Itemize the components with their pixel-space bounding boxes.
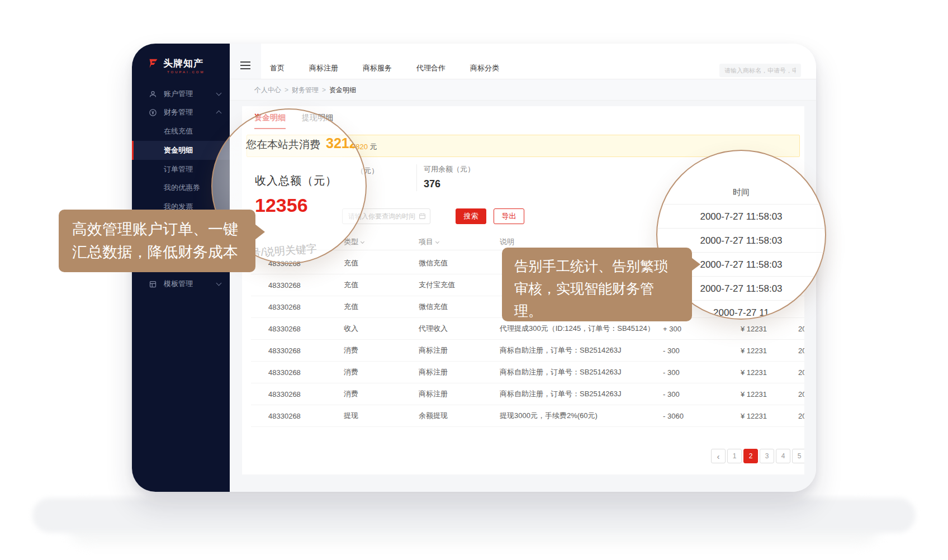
chevron-up-icon	[216, 111, 222, 116]
breadcrumb-item[interactable]: 财务管理	[292, 86, 319, 94]
magnified-time-value: 2000-7-27 11:58:03	[657, 211, 825, 222]
sidebar-item-label: 财务管理	[164, 107, 193, 117]
sidebar-item-label: 账户管理	[164, 89, 193, 99]
callout-right: 告别手工统计、告别繁琐审核，实现智能财务管理。	[502, 248, 692, 321]
sidebar-item-fund-detail[interactable]: 资金明细	[132, 141, 230, 160]
magnified-income-label: 收入总额（元）	[255, 173, 337, 188]
logo-subtitle: TOUPAI.COM	[167, 70, 205, 74]
stat-divider	[416, 164, 417, 191]
callout-left: 高效管理账户订单、一键汇总数据，降低财务成本	[59, 210, 255, 272]
cell-order: 48330268	[268, 390, 301, 398]
header-desc: 说明	[500, 237, 514, 247]
cell-order: 48330268	[268, 281, 301, 290]
calendar-icon	[419, 212, 426, 220]
cell-project: 商标注册	[419, 367, 448, 377]
pagination-page-3[interactable]: 3	[760, 449, 774, 463]
header-type[interactable]: 类型	[344, 237, 364, 247]
sidebar-item-account[interactable]: 账户管理	[132, 84, 230, 103]
breadcrumb-separator: >	[285, 86, 288, 94]
sidebar-item-template[interactable]: 模板管理	[132, 274, 230, 293]
cell-type: 提现	[344, 411, 358, 421]
cell-project: 微信充值	[419, 302, 448, 312]
cell-type: 充值	[344, 302, 358, 312]
nav-item-trademark-category[interactable]: 商标分类	[470, 63, 499, 73]
nav-item-trademark-service[interactable]: 商标服务	[363, 63, 392, 73]
top-nav: 首页 商标注册 商标服务 代理合作 商标分类	[261, 57, 499, 79]
cell-time: 2000-7-27 11:58:03	[798, 390, 804, 398]
menu-toggle-button[interactable]	[230, 44, 261, 79]
cell-amount: + 300	[663, 325, 681, 333]
sidebar-item-label: 我的优惠券	[164, 183, 200, 193]
logo: 头牌知产	[148, 57, 203, 70]
sidebar-item-label: 资金明细	[164, 145, 193, 155]
sort-caret-icon	[361, 239, 364, 243]
pagination-page-2[interactable]: 2	[743, 449, 758, 463]
table-row: 48330268提现余额提现提现3000元，手续费2%(60元)- 3060¥ …	[251, 405, 804, 427]
page: 头牌知产 TOUPAI.COM 账户管理 财务管理 在线充值 资金明细 订单管理	[0, 0, 948, 560]
cell-project: 余额提现	[419, 411, 448, 421]
cell-order: 48330268	[268, 412, 301, 420]
cell-time: 2000-7-27 11:58:03	[798, 412, 804, 420]
export-button[interactable]: 导出	[494, 208, 524, 224]
cell-amount: - 300	[663, 390, 680, 398]
cell-type: 充值	[344, 280, 358, 290]
cell-balance: ¥ 12231	[741, 390, 767, 398]
cell-order: 48330268	[268, 347, 301, 355]
cell-amount: - 3060	[663, 412, 684, 420]
nav-item-agency[interactable]: 代理合作	[416, 63, 445, 73]
cell-desc: 商标自助注册，订单号：SB2514263J	[500, 367, 621, 377]
cell-balance: ¥ 12231	[741, 368, 767, 377]
breadcrumb-item[interactable]: 个人中心	[254, 86, 281, 94]
divider	[657, 204, 825, 205]
breadcrumb-current: 资金明细	[329, 86, 356, 94]
sidebar-item-online-recharge[interactable]: 在线充值	[132, 122, 230, 141]
cell-order: 48330268	[268, 303, 301, 311]
sidebar-item-finance[interactable]: 财务管理	[132, 103, 230, 122]
magnified-income-value: 12356	[255, 194, 337, 216]
nav-item-home[interactable]: 首页	[270, 63, 285, 73]
chevron-down-icon	[216, 91, 222, 96]
finance-icon	[149, 108, 157, 117]
cell-time: 2000-7-27 11:58:03	[798, 347, 804, 355]
search-button[interactable]: 搜索	[456, 208, 486, 224]
pagination-page-1[interactable]: 1	[727, 449, 742, 463]
balance-value: 376	[424, 178, 475, 190]
cell-amount: - 300	[663, 347, 680, 355]
cell-desc: 提现3000元，手续费2%(60元)	[500, 411, 598, 421]
chevron-down-icon	[216, 281, 222, 286]
cell-project: 支付宝充值	[419, 280, 455, 290]
magnified-time-header: 时间	[657, 187, 825, 198]
pagination-page-4[interactable]: 4	[776, 449, 790, 463]
cell-project: 微信充值	[419, 258, 448, 268]
breadcrumb-separator: >	[322, 86, 326, 94]
cell-order: 48330268	[268, 325, 301, 333]
cell-time: 2000-7-27 11:58:03	[798, 325, 804, 333]
cell-type: 消费	[344, 389, 358, 399]
cell-balance: ¥ 12231	[741, 347, 767, 355]
balance-label: 可用余额（元）	[424, 164, 475, 174]
notice-unit: 元	[370, 143, 377, 151]
user-icon	[149, 90, 157, 98]
pagination-prev-button[interactable]: ‹	[711, 449, 726, 463]
table-row: 48330268消费商标注册商标自助注册，订单号：SB2514263J- 300…	[251, 340, 804, 362]
cell-balance: ¥ 12231	[741, 325, 767, 333]
trademark-search-input[interactable]	[719, 64, 801, 77]
nav-item-trademark-register[interactable]: 商标注册	[309, 63, 338, 73]
magnified-time-value: 2000-7-27 11:58:03	[657, 235, 825, 246]
cell-project: 商标注册	[419, 389, 448, 399]
sidebar-item-label: 在线充值	[164, 126, 193, 136]
breadcrumb: 个人中心>财务管理>资金明细	[230, 79, 816, 101]
balance-stat: 可用余额（元） 376	[424, 164, 475, 190]
table-row: 48330268消费商标注册商标自助注册，订单号：SB2514263J- 300…	[251, 362, 804, 383]
cell-project: 商标注册	[419, 345, 448, 355]
logo-flag-icon	[148, 58, 159, 69]
template-icon	[149, 280, 157, 288]
magnified-notice-prefix: 您在本站共消费	[246, 137, 320, 152]
callout-left-text: 高效管理账户订单、一键汇总数据，降低财务成本	[72, 221, 238, 260]
pagination-page-5[interactable]: 5	[792, 449, 804, 463]
sidebar-item-label: 订单管理	[164, 164, 193, 174]
cell-desc: 商标自助注册，订单号：SB2514263J	[500, 389, 621, 399]
sort-caret-icon	[435, 239, 439, 243]
cell-type: 消费	[344, 367, 358, 377]
header-project[interactable]: 项目	[419, 237, 439, 247]
